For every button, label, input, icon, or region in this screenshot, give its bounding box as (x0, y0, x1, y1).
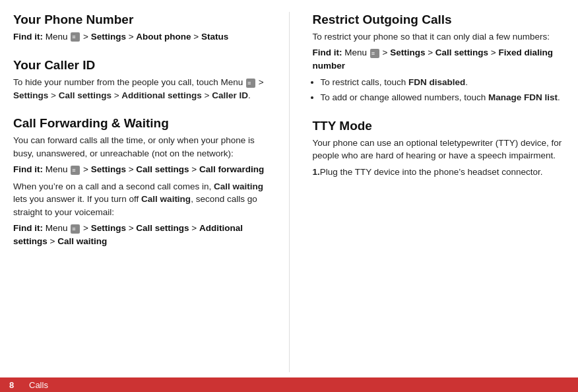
left-column: Your Phone Number Find it: Menu > Settin… (13, 12, 266, 372)
right-column: Restrict Outgoing Calls To restrict your… (313, 12, 565, 372)
heading-caller-id: Your Caller ID (13, 57, 266, 73)
heading-restrict-calls: Restrict Outgoing Calls (313, 12, 565, 28)
restrict-calls-body: To restrict your phone so that it can on… (313, 30, 565, 44)
bullet-manage-fdn: To add or change allowed numbers, touch … (321, 91, 565, 104)
section-restrict-calls: Restrict Outgoing Calls To restrict your… (313, 12, 565, 108)
tty-mode-body: Your phone can use an optional teletypew… (313, 137, 565, 162)
findit-label: Find it: (13, 32, 43, 42)
section-caller-id: Your Caller ID To hide your number from … (13, 57, 266, 105)
settings-link: Settings (91, 32, 126, 42)
menu-icon-4 (71, 224, 80, 234)
call-waiting-body: When you’re on a call and a second call … (13, 180, 266, 219)
section-call-forwarding: Call Forwarding & Waiting You can forwar… (13, 115, 266, 251)
column-divider (289, 12, 290, 372)
caller-id-link: Caller ID (212, 90, 248, 100)
findit-restrict-calls: Find it: Menu > Settings > Call settings… (313, 46, 565, 72)
additional-settings-link: Additional settings (121, 90, 202, 100)
menu-icon-5 (370, 49, 379, 58)
section-tty-mode: TTY Mode Your phone can use an optional … (313, 118, 565, 181)
section-label: Calls (29, 380, 48, 390)
settings-link-2: Settings (13, 90, 48, 100)
menu-icon-3 (71, 166, 80, 175)
heading-tty-mode: TTY Mode (313, 118, 565, 134)
call-forwarding-body: You can forward calls all the time, or o… (13, 134, 266, 160)
heading-call-forwarding: Call Forwarding & Waiting (13, 115, 266, 131)
caller-id-body: To hide your number from the people you … (13, 76, 266, 102)
section-your-phone-number: Your Phone Number Find it: Menu > Settin… (13, 12, 266, 47)
findit-call-waiting: Find it: Menu > Settings > Call settings… (13, 222, 266, 247)
tty-step-1: 1.Plug the TTY device into the phone’s h… (313, 166, 565, 179)
findit-call-forwarding: Find it: Menu > Settings > Call settings… (13, 163, 266, 176)
bottom-bar: 8 Calls (0, 377, 578, 392)
call-settings-link: Call settings (59, 90, 112, 100)
heading-your-phone-number: Your Phone Number (13, 12, 266, 28)
findit-phone-number: Find it: Menu > Settings > About phone >… (13, 30, 266, 44)
restrict-calls-bullets: To restrict calls, touch FDN disabled. T… (321, 76, 565, 104)
page-number: 8 (9, 380, 18, 390)
page-container: Your Phone Number Find it: Menu > Settin… (0, 0, 578, 379)
status-link: Status (201, 32, 228, 42)
bullet-fdn-disabled: To restrict calls, touch FDN disabled. (321, 76, 565, 89)
menu-icon (71, 32, 80, 42)
menu-icon-2 (246, 79, 255, 88)
about-phone-link: About phone (136, 32, 191, 42)
